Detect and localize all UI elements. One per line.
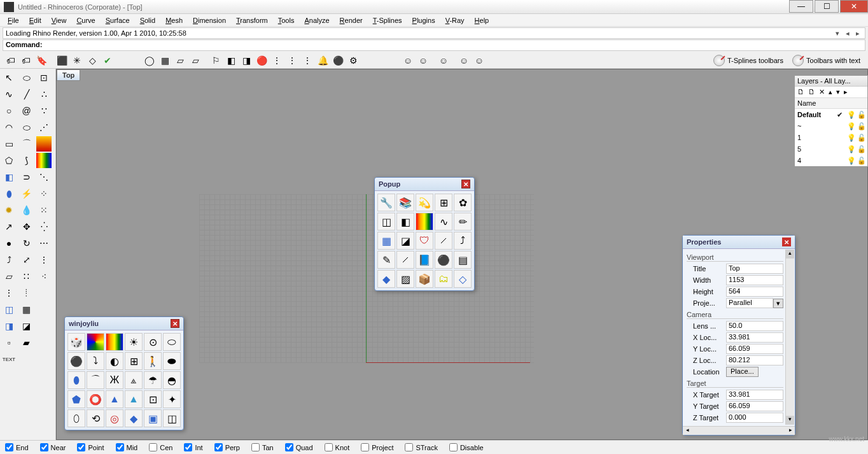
- osnap-end[interactable]: End: [5, 443, 29, 451]
- wj-btn-22[interactable]: ▲: [125, 390, 143, 408]
- popup-btn-1[interactable]: 🔧: [377, 194, 395, 211]
- curve2-icon[interactable]: ⤴: [1, 252, 17, 267]
- prop-zloc-value[interactable]: 80.212: [726, 355, 783, 365]
- popup-btn-17[interactable]: ⟋: [396, 251, 414, 269]
- menu-analyze[interactable]: Analyze: [299, 15, 334, 25]
- popup-btn-18[interactable]: 📘: [416, 251, 433, 269]
- menu-help[interactable]: Help: [470, 15, 494, 25]
- wj-btn-24[interactable]: ✦: [163, 390, 181, 408]
- scroll-down-icon[interactable]: ▾: [786, 416, 794, 425]
- popup-btn-16[interactable]: ✎: [377, 251, 395, 269]
- curve3-icon[interactable]: ⟆: [19, 153, 34, 168]
- wj-btn-8[interactable]: ⤵: [87, 352, 104, 370]
- polygon-icon[interactable]: ⬠: [1, 153, 17, 168]
- properties-hscroll[interactable]: ◂▸: [683, 426, 795, 435]
- maximize-button[interactable]: ☐: [815, 0, 839, 13]
- diamond-icon[interactable]: ◇: [85, 53, 99, 67]
- text-icon[interactable]: TEXT: [1, 351, 17, 367]
- face5-icon[interactable]: ☺: [472, 53, 486, 67]
- layers-col-name[interactable]: Name: [795, 98, 867, 109]
- layer-down-icon[interactable]: ▾: [836, 88, 840, 96]
- menu-dimension[interactable]: Dimension: [188, 15, 231, 25]
- wj-btn-4[interactable]: ☀: [125, 333, 143, 351]
- lasso-icon[interactable]: ⬭: [19, 70, 34, 85]
- wj-btn-7[interactable]: ⚫: [67, 352, 85, 370]
- popup-btn-25[interactable]: ◇: [454, 270, 472, 288]
- layer-menu-icon[interactable]: ▸: [844, 88, 848, 96]
- menu-surface[interactable]: Surface: [101, 15, 135, 25]
- wj-btn-5[interactable]: ⊙: [144, 333, 162, 351]
- prop-height-value[interactable]: 564: [726, 287, 783, 297]
- proj-dropdown-icon[interactable]: ▾: [773, 299, 783, 308]
- rect-icon[interactable]: ▭: [1, 136, 17, 152]
- pts-icon[interactable]: ∴: [36, 87, 52, 102]
- wj-btn-16[interactable]: ⟁: [125, 371, 143, 389]
- osnap-int[interactable]: Int: [184, 443, 202, 451]
- pts10-icon[interactable]: ⁖: [36, 269, 52, 284]
- ellipse-icon[interactable]: ⬭: [19, 120, 34, 135]
- popup-btn-11[interactable]: ▦: [377, 232, 395, 250]
- osnap-mid[interactable]: Mid: [116, 443, 138, 451]
- ball-icon[interactable]: ⚫: [331, 53, 345, 67]
- wj-btn-6[interactable]: ⬭: [163, 333, 181, 351]
- bolt-icon[interactable]: ⚡: [19, 186, 34, 201]
- pts4-icon[interactable]: ⋱: [36, 169, 52, 185]
- sel-icon[interactable]: ⊡: [36, 70, 52, 85]
- osnap-knot[interactable]: Knot: [325, 443, 350, 451]
- tag-icon[interactable]: 🏷: [4, 53, 18, 67]
- prop-width-value[interactable]: 1153: [726, 275, 783, 285]
- menu-curve[interactable]: Curve: [71, 15, 100, 25]
- place-button[interactable]: Place...: [726, 367, 759, 377]
- menu-transform[interactable]: Transform: [231, 15, 273, 25]
- wj-btn-11[interactable]: 🚶: [144, 352, 162, 370]
- arc-icon[interactable]: ◠: [1, 120, 17, 135]
- popup-btn-24[interactable]: 🗂: [435, 270, 452, 288]
- wj-btn-29[interactable]: ▣: [144, 409, 162, 427]
- osnap-point[interactable]: Point: [77, 443, 104, 451]
- wj-btn-27[interactable]: ◎: [106, 409, 123, 427]
- group3-icon[interactable]: ⋮: [300, 53, 314, 67]
- menu-render[interactable]: Render: [335, 15, 368, 25]
- grid-icon[interactable]: ▦: [158, 53, 172, 67]
- solid2-icon[interactable]: ◪: [19, 318, 34, 334]
- layer-row[interactable]: 1💡🔓: [795, 132, 867, 143]
- popup-btn-23[interactable]: 📦: [416, 270, 433, 288]
- layer-up-icon[interactable]: ▴: [829, 88, 832, 96]
- wj-btn-25[interactable]: ⬯: [67, 409, 85, 427]
- layer-row[interactable]: Default✔💡🔓: [795, 109, 867, 120]
- bulb-icon[interactable]: 💡: [847, 122, 855, 131]
- bulb-icon[interactable]: 💡: [847, 134, 855, 142]
- arrow-icon[interactable]: ↗: [1, 219, 17, 234]
- prop-xloc-value[interactable]: 33.981: [726, 332, 783, 343]
- contrast-icon[interactable]: ◨: [239, 53, 253, 67]
- rgb-icon[interactable]: 🔴: [255, 53, 269, 67]
- line-icon[interactable]: ╱: [19, 87, 34, 102]
- minimize-button[interactable]: —: [789, 0, 813, 13]
- popup-btn-5[interactable]: ✿: [454, 194, 472, 211]
- prop-ytarget-value[interactable]: 66.059: [726, 401, 783, 411]
- lock-icon[interactable]: 🔓: [857, 111, 865, 119]
- wj-btn-19[interactable]: ⬟: [67, 390, 85, 408]
- tag3-icon[interactable]: 🔖: [34, 53, 48, 67]
- popup-btn-15[interactable]: ⤴: [454, 232, 472, 250]
- popup-btn-14[interactable]: ⟋: [435, 232, 452, 250]
- wj-btn-26[interactable]: ⟲: [87, 409, 104, 427]
- history-next[interactable]: ▸: [853, 29, 862, 38]
- solid-icon[interactable]: ◨: [1, 318, 17, 334]
- dots-icon[interactable]: ⋮: [1, 285, 17, 301]
- wj-btn-30[interactable]: ◫: [163, 409, 181, 427]
- cube-icon[interactable]: ◧: [224, 53, 238, 67]
- gear-tool-icon[interactable]: ✹: [1, 202, 17, 218]
- popup-header[interactable]: Popup ✕: [375, 178, 474, 191]
- mesh-icon[interactable]: ◫: [1, 302, 17, 317]
- toolbars-with-text-button[interactable]: Toolbars with text: [788, 53, 864, 67]
- wj-btn-2[interactable]: [87, 333, 104, 351]
- menu-tsplines[interactable]: T-Splines: [368, 15, 407, 25]
- prop-proj-value[interactable]: Parallel: [726, 298, 773, 308]
- osnap-near[interactable]: Near: [40, 443, 66, 451]
- circle-icon[interactable]: ◯: [143, 53, 157, 67]
- popup-btn-2[interactable]: 📚: [396, 194, 414, 211]
- properties-header[interactable]: Properties ✕: [683, 236, 795, 249]
- popup-btn-3[interactable]: 💫: [416, 194, 433, 211]
- popup-btn-8[interactable]: [416, 213, 433, 231]
